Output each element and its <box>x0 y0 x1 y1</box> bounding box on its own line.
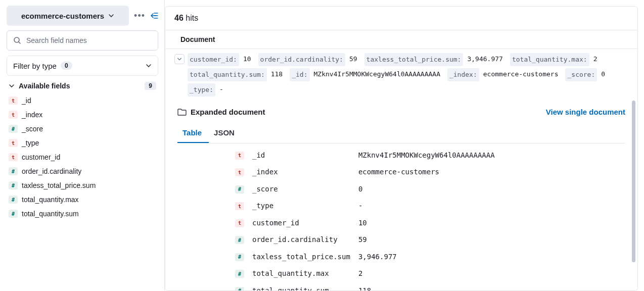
field-type-token: t <box>9 96 18 105</box>
field-name-cell: taxless_total_price.sum <box>248 248 354 265</box>
tab-table[interactable]: Table <box>177 124 209 143</box>
expanded-header: Expanded document View single document <box>177 108 625 116</box>
field-name: total_quantity.sum <box>22 210 79 218</box>
more-options-icon[interactable]: ••• <box>134 11 145 21</box>
field-name-cell: customer_id <box>248 214 354 231</box>
field-type-token: # <box>235 185 244 193</box>
summary-key: total_quantity.sum: <box>188 68 267 81</box>
search-icon <box>13 36 21 44</box>
field-value-cell: 10 <box>354 214 625 231</box>
summary-key: customer_id: <box>188 53 239 66</box>
field-name-cell: _score <box>248 180 354 198</box>
field-name: order_id.cardinality <box>22 167 81 175</box>
field-type-token: # <box>9 196 18 204</box>
table-row: #taxless_total_price.sum3,946.977 <box>177 248 625 265</box>
document-row: customer_id:10order_id.cardinality:59tax… <box>165 49 637 101</box>
field-item[interactable]: #total_quantity.sum <box>7 207 158 220</box>
summary-value: - <box>219 83 223 96</box>
field-type-token: t <box>9 139 18 147</box>
results-panel: 46 hits Document customer_id:10order_id.… <box>165 6 638 291</box>
search-input[interactable] <box>26 36 152 44</box>
index-pattern-selector[interactable]: ecommerce-customers <box>7 6 129 26</box>
field-name: customer_id <box>22 153 60 161</box>
expanded-title: Expanded document <box>191 108 265 116</box>
field-item[interactable]: t_index <box>7 108 158 121</box>
filter-count-badge: 0 <box>61 62 72 70</box>
field-type-token: t <box>235 202 244 210</box>
field-type-token: # <box>9 167 18 175</box>
field-item[interactable]: t_type <box>7 136 158 150</box>
expanded-tabs: Table JSON <box>177 124 625 143</box>
field-value-cell: 3,946.977 <box>354 248 625 265</box>
field-type-token: t <box>9 111 18 119</box>
field-value-cell: 59 <box>354 231 625 249</box>
field-search-box[interactable] <box>7 30 158 51</box>
field-value-cell: MZknv4Ir5MMOKWcegyW64l0AAAAAAAAA <box>354 147 625 164</box>
scrollbar[interactable] <box>632 101 635 262</box>
field-type-token: # <box>235 287 244 291</box>
sidebar-collapse-icon[interactable] <box>150 12 158 19</box>
field-name: _index <box>22 111 42 119</box>
hits-label: hits <box>186 14 198 22</box>
chevron-down-icon <box>177 57 182 62</box>
chevron-down-icon <box>146 63 152 69</box>
field-name: _score <box>22 125 43 133</box>
expanded-document-section: Expanded document View single document T… <box>165 101 637 290</box>
summary-value: 3,946.977 <box>467 53 502 66</box>
field-name-cell: _index <box>248 164 354 181</box>
main-panel: 46 hits Document customer_id:10order_id.… <box>165 0 644 291</box>
hits-count: 46 <box>174 14 183 22</box>
summary-key: order_id.cardinality: <box>258 53 345 66</box>
summary-key: _score: <box>565 68 597 81</box>
document-fields-table: t_idMZknv4Ir5MMOKWcegyW64l0AAAAAAAAAt_in… <box>177 147 625 290</box>
table-row: #_score0 <box>177 180 625 198</box>
field-name-cell: total_quantity.sum <box>248 282 354 290</box>
chevron-down-icon <box>108 13 114 19</box>
field-type-token: t <box>235 168 244 176</box>
field-list: t_idt_index#_scoret_typetcustomer_id#ord… <box>7 94 158 220</box>
field-type-token: t <box>235 219 244 227</box>
hits-bar: 46 hits <box>165 7 637 30</box>
table-row: tcustomer_id10 <box>177 214 625 231</box>
table-row: t_type - <box>177 198 625 215</box>
chevron-down-icon <box>9 83 15 89</box>
summary-key: taxless_total_price.sum: <box>364 53 464 66</box>
row-collapse-toggle[interactable] <box>174 54 185 64</box>
field-item[interactable]: tcustomer_id <box>7 151 158 164</box>
table-row: #total_quantity.sum118 <box>177 282 625 290</box>
field-item[interactable]: t_id <box>7 94 158 107</box>
field-type-token: # <box>235 253 244 261</box>
summary-key: _type: <box>188 83 215 96</box>
summary-key: total_quantity.max: <box>510 53 589 66</box>
field-name: taxless_total_price.sum <box>22 181 96 189</box>
field-name-cell: total_quantity.max <box>248 265 354 282</box>
table-row: t_idMZknv4Ir5MMOKWcegyW64l0AAAAAAAAA <box>177 147 625 164</box>
field-item[interactable]: #total_quantity.max <box>7 193 158 206</box>
table-row: t_indexecommerce-customers <box>177 164 625 181</box>
available-fields-count: 9 <box>145 82 156 90</box>
view-single-document-link[interactable]: View single document <box>546 108 625 116</box>
field-name: _type <box>22 139 39 147</box>
tab-json[interactable]: JSON <box>209 124 242 143</box>
folder-icon <box>177 108 187 116</box>
summary-key: _index: <box>447 68 479 81</box>
field-value-cell: - <box>354 198 625 215</box>
field-name: _id <box>22 96 31 105</box>
field-type-token: # <box>9 125 18 133</box>
field-name-cell: _id <box>248 147 354 164</box>
field-item[interactable]: #order_id.cardinality <box>7 165 158 178</box>
table-row: #total_quantity.max2 <box>177 265 625 282</box>
available-fields-header[interactable]: Available fields 9 <box>7 76 158 94</box>
summary-value: 2 <box>593 53 597 66</box>
document-summary: customer_id:10order_id.cardinality:59tax… <box>188 53 628 96</box>
field-name-cell: order_id.cardinality <box>248 231 354 249</box>
field-item[interactable]: #_score <box>7 122 158 135</box>
sidebar: ecommerce-customers ••• Filter by type 0… <box>0 0 165 291</box>
filter-by-type[interactable]: Filter by type 0 <box>7 56 158 76</box>
field-type-token: # <box>235 270 244 278</box>
field-name-cell: _type <box>248 198 354 215</box>
table-row: #order_id.cardinality59 <box>177 231 625 249</box>
summary-value: ecommerce-customers <box>483 68 559 81</box>
summary-key: _id: <box>290 68 309 81</box>
field-item[interactable]: #taxless_total_price.sum <box>7 179 158 192</box>
